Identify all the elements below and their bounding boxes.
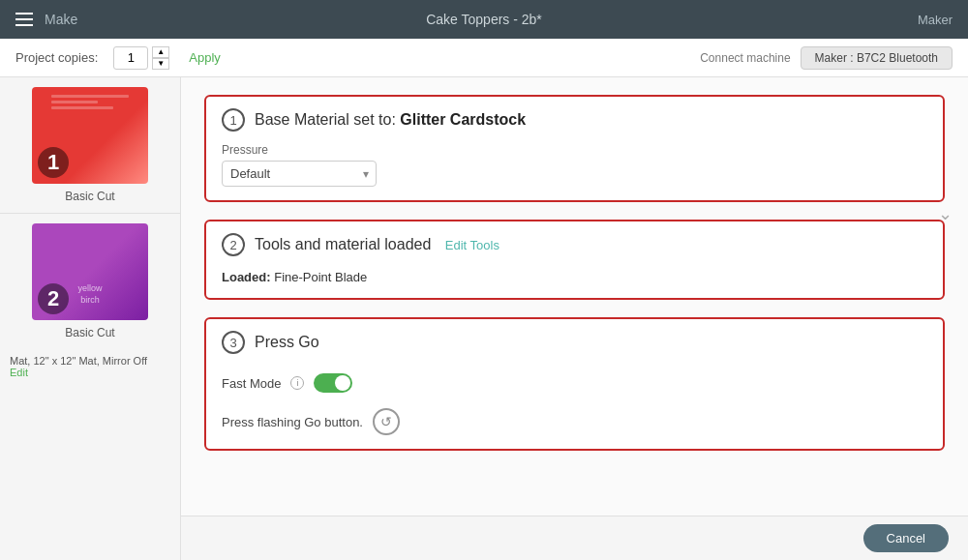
info-icon: i: [290, 376, 304, 390]
header: Make Cake Toppers - 2b* Maker: [0, 0, 968, 39]
pressure-label: Pressure: [222, 143, 927, 157]
step-card-2: 2 Tools and material loaded Edit Tools L…: [204, 220, 945, 300]
main-layout: 1 Basic Cut yellowbirch 2 Basic Cut: [0, 77, 968, 560]
copies-up-button[interactable]: ▲: [152, 46, 169, 58]
connect-area: Connect machine Maker : B7C2 Bluetooth: [700, 46, 953, 70]
subheader: Project copies: ▲ ▼ Apply Connect machin…: [0, 39, 968, 77]
copies-control: ▲ ▼: [113, 46, 169, 70]
apply-button[interactable]: Apply: [189, 50, 221, 65]
step-1-material: Glitter Cardstock: [400, 111, 526, 128]
cancel-button[interactable]: Cancel: [863, 524, 949, 552]
copies-down-button[interactable]: ▼: [152, 58, 169, 70]
loaded-label: Loaded:: [222, 270, 271, 284]
loaded-text: Loaded: Fine-Point Blade: [206, 270, 943, 298]
maker-label: Maker: [918, 13, 953, 27]
go-button-row: Press flashing Go button. ↺: [206, 400, 943, 449]
fast-mode-label: Fast Mode: [222, 376, 281, 391]
step-2-header: 2 Tools and material loaded Edit Tools: [206, 221, 943, 268]
mat-card-1: 1 Basic Cut: [10, 87, 170, 203]
connect-label: Connect machine: [700, 51, 790, 65]
chevron-right-icon[interactable]: ⌄: [938, 203, 953, 224]
go-refresh-icon[interactable]: ↺: [373, 408, 400, 435]
step-2-title-text: Tools and material loaded: [255, 236, 431, 252]
pressure-select[interactable]: Default More Less: [222, 161, 377, 187]
mat-edit-button[interactable]: Edit: [10, 367, 28, 378]
fast-mode-row: Fast Mode i: [206, 366, 943, 400]
toggle-slider: [314, 373, 352, 393]
edit-tools-link[interactable]: Edit Tools: [445, 238, 499, 252]
mat-card-2: yellowbirch 2 Basic Cut: [10, 223, 170, 339]
copies-input[interactable]: [113, 46, 148, 70]
go-instruction-text: Press flashing Go button.: [222, 415, 363, 429]
bottom-bar: Cancel: [181, 516, 968, 560]
step-card-3: 3 Press Go Fast Mode i Press flashing Go…: [204, 317, 945, 451]
mat-label-1: Basic Cut: [65, 190, 114, 203]
step-3-number: 3: [222, 331, 245, 354]
fast-mode-toggle[interactable]: [314, 373, 352, 393]
left-panel: 1 Basic Cut yellowbirch 2 Basic Cut: [0, 77, 181, 560]
step-card-1: 1 Base Material set to: Glitter Cardstoc…: [204, 95, 945, 202]
mat-number-1: 1: [38, 147, 69, 178]
mat-info-text: Mat, 12" x 12" Mat, Mirror Off: [10, 355, 147, 367]
mat-item-1[interactable]: 1 Basic Cut: [0, 77, 180, 213]
step-1-number: 1: [222, 108, 245, 132]
mat-label-2: Basic Cut: [65, 326, 114, 339]
step-1-title: Base Material set to: Glitter Cardstock: [255, 111, 526, 129]
step-3-header: 3 Press Go: [206, 319, 943, 366]
step-1-body: Pressure Default More Less: [206, 143, 943, 200]
right-panel: 1 Base Material set to: Glitter Cardstoc…: [181, 77, 968, 560]
copies-arrows: ▲ ▼: [152, 46, 169, 70]
mat-image-2: yellowbirch 2: [32, 223, 148, 320]
step-2-title: Tools and material loaded Edit Tools: [255, 236, 499, 253]
step-1-prefix: Base Material set to:: [255, 111, 396, 128]
mat-item-2[interactable]: yellowbirch 2 Basic Cut: [0, 214, 180, 349]
pressure-select-wrap: Default More Less: [222, 161, 377, 187]
step-1-header: 1 Base Material set to: Glitter Cardstoc…: [206, 97, 943, 143]
step-2-number: 2: [222, 233, 245, 256]
copies-label: Project copies:: [15, 50, 98, 65]
app-name: Make: [45, 12, 77, 27]
step-3-title: Press Go: [255, 334, 319, 351]
mat-image-1: 1: [32, 87, 148, 184]
hamburger-icon[interactable]: [15, 13, 33, 26]
machine-badge[interactable]: Maker : B7C2 Bluetooth: [801, 46, 953, 70]
page-title: Cake Toppers - 2b*: [426, 12, 542, 27]
loaded-value: Fine-Point Blade: [274, 270, 367, 284]
mat-info-2: Mat, 12" x 12" Mat, Mirror Off Edit: [0, 349, 180, 386]
mat-number-2: 2: [38, 283, 69, 314]
